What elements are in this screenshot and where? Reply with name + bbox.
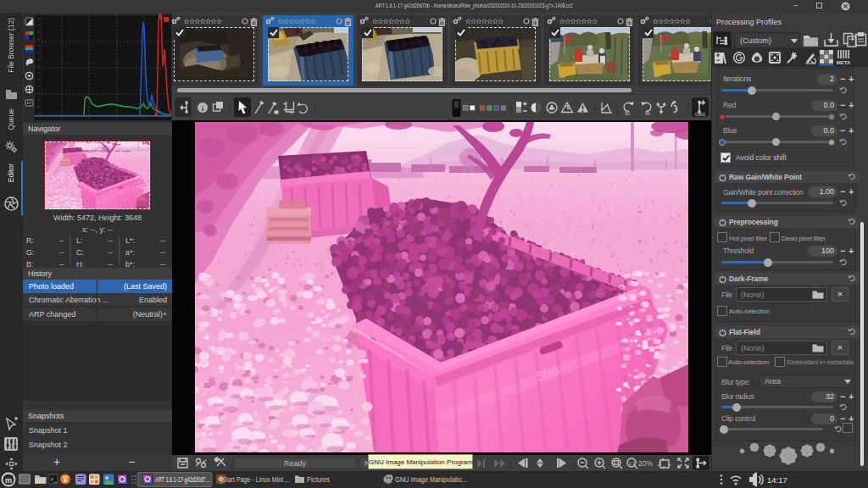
svg-text:90: 90 — [645, 111, 650, 116]
svg-text:Ready: Ready — [284, 459, 307, 468]
svg-text:90: 90 — [625, 111, 630, 116]
svg-text:20%: 20% — [638, 459, 653, 468]
svg-text:[Start Page - Linux Mint ...: [Start Page - Linux Mint ... — [220, 475, 290, 484]
svg-text:ART 1.6.1-17-g42d20d7...: ART 1.6.1-17-g42d20d7... — [155, 475, 209, 484]
svg-text:>_: >_ — [50, 476, 57, 483]
svg-text:m: m — [5, 476, 12, 485]
svg-text:META: META — [837, 60, 851, 65]
svg-text:CM02: CM02 — [695, 113, 706, 117]
svg-text:1:1: 1:1 — [629, 461, 636, 466]
svg-text:14:17: 14:17 — [767, 475, 787, 485]
svg-text:Pictures: Pictures — [307, 475, 330, 484]
svg-text:GNU Image Manipulatio...: GNU Image Manipulatio... — [395, 475, 467, 484]
